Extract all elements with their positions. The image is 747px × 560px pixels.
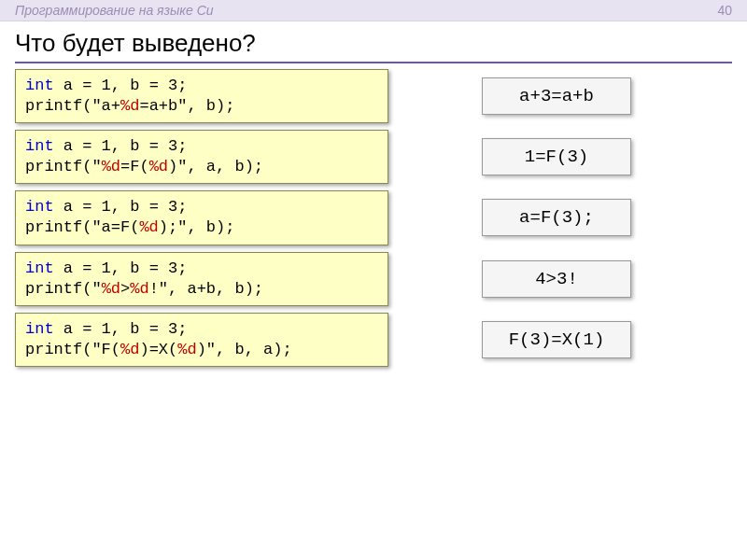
code-line-1: int a = 1, b = 3; <box>25 319 378 340</box>
code-box: int a = 1, b = 3; printf("a+%d=a+b", b); <box>15 69 388 123</box>
output-box: a+3=a+b <box>482 77 631 115</box>
page-number: 40 <box>717 3 732 18</box>
output-box: F(3)=X(1) <box>482 321 631 358</box>
example-row: int a = 1, b = 3; printf("a+%d=a+b", b);… <box>15 69 732 123</box>
slide-header: Программирование на языке Си 40 <box>0 0 747 21</box>
course-title: Программирование на языке Си <box>15 3 214 18</box>
output-box: 4>3! <box>482 260 631 298</box>
example-row: int a = 1, b = 3; printf("a=F(%d);", b);… <box>15 190 732 245</box>
code-line-2: printf("a=F(%d);", b); <box>25 217 378 238</box>
code-box: int a = 1, b = 3; printf("%d=F(%d)", a, … <box>15 130 388 184</box>
example-row: int a = 1, b = 3; printf("%d>%d!", a+b, … <box>15 252 732 306</box>
code-line-1: int a = 1, b = 3; <box>25 259 378 279</box>
output-box: 1=F(3) <box>482 138 631 175</box>
example-row: int a = 1, b = 3; printf("F(%d)=X(%d)", … <box>15 313 732 367</box>
output-box: a=F(3); <box>482 199 631 236</box>
code-line-2: printf("%d>%d!", a+b, b); <box>25 279 378 300</box>
code-box: int a = 1, b = 3; printf("%d>%d!", a+b, … <box>15 252 388 306</box>
code-line-1: int a = 1, b = 3; <box>25 136 378 157</box>
slide-title: Что будет выведено? <box>0 21 747 62</box>
code-line-2: printf("%d=F(%d)", a, b); <box>25 157 378 177</box>
code-line-1: int a = 1, b = 3; <box>25 197 378 217</box>
code-line-1: int a = 1, b = 3; <box>25 76 378 96</box>
example-row: int a = 1, b = 3; printf("%d=F(%d)", a, … <box>15 130 732 184</box>
code-box: int a = 1, b = 3; printf("F(%d)=X(%d)", … <box>15 313 388 367</box>
content-area: int a = 1, b = 3; printf("a+%d=a+b", b);… <box>0 69 747 367</box>
code-line-2: printf("F(%d)=X(%d)", b, a); <box>25 340 378 360</box>
title-underline <box>15 62 732 63</box>
code-box: int a = 1, b = 3; printf("a=F(%d);", b); <box>15 190 388 245</box>
code-line-2: printf("a+%d=a+b", b); <box>25 96 378 117</box>
